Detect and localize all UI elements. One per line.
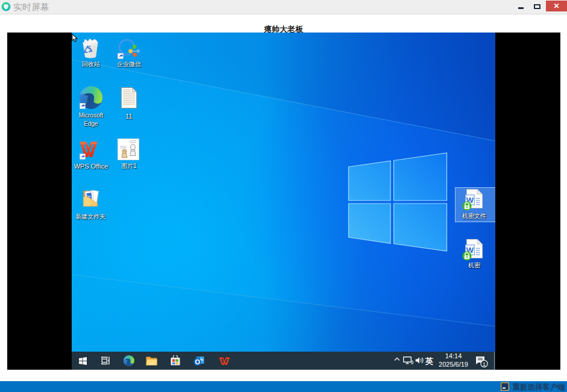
svg-text:O: O: [195, 358, 201, 366]
svg-text:1: 1: [483, 361, 486, 367]
